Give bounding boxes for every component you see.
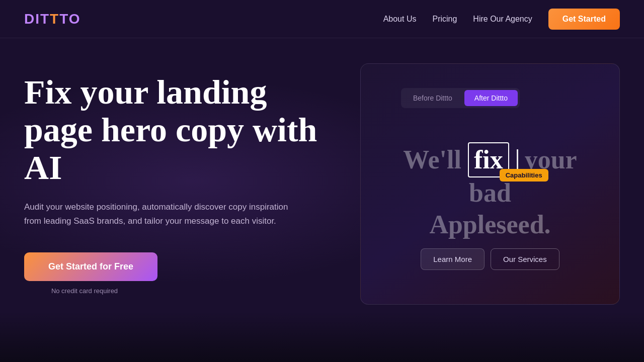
logo-text2: TO: [59, 11, 80, 27]
headline-prefix: We'll: [403, 145, 468, 174]
demo-headline: We'll fix Capabilities your bad Applesee…: [381, 142, 599, 240]
demo-card-wrapper: Before Dittto After Dittto We'll fix Cap…: [360, 63, 620, 305]
headline-line2: Appleseed.: [429, 210, 550, 239]
nav-about-us[interactable]: About Us: [383, 15, 417, 24]
navbar: DITTTO About Us Pricing Hire Our Agency …: [0, 0, 644, 38]
toggle-before-button[interactable]: Before Dittto: [403, 90, 462, 106]
toggle-group: Before Dittto After Dittto: [381, 88, 520, 108]
nav-pricing[interactable]: Pricing: [432, 15, 457, 24]
nav-links: About Us Pricing Hire Our Agency Get Sta…: [383, 9, 620, 30]
hero-subtitle: Audit your website positioning, automati…: [24, 200, 306, 228]
toggle-after-button[interactable]: After Dittto: [464, 90, 518, 106]
hero-section: Fix your landing page hero copy with AI …: [24, 68, 336, 295]
cta-group: Get Started for Free No credit card requ…: [24, 252, 336, 295]
cta-note: No credit card required: [24, 287, 145, 295]
hero-title: Fix your landing page hero copy with AI: [24, 73, 336, 186]
learn-more-button[interactable]: Learn More: [421, 248, 485, 270]
logo-accent: T: [50, 11, 59, 27]
logo-text: DIT: [24, 11, 50, 27]
headline-highlight: fix Capabilities: [468, 142, 518, 177]
get-started-free-button[interactable]: Get Started for Free: [24, 252, 157, 281]
capabilities-tooltip: Capabilities: [500, 169, 548, 182]
logo: DITTTO: [24, 11, 81, 27]
demo-headline-area: We'll fix Capabilities your bad Applesee…: [381, 132, 599, 280]
nav-hire-agency[interactable]: Hire Our Agency: [473, 15, 532, 24]
our-services-button[interactable]: Our Services: [491, 248, 559, 270]
demo-card: Before Dittto After Dittto We'll fix Cap…: [360, 63, 620, 305]
demo-actions: Learn More Our Services: [381, 248, 599, 270]
main-content: Fix your landing page hero copy with AI …: [0, 38, 644, 362]
nav-get-started-button[interactable]: Get Started: [548, 9, 620, 30]
